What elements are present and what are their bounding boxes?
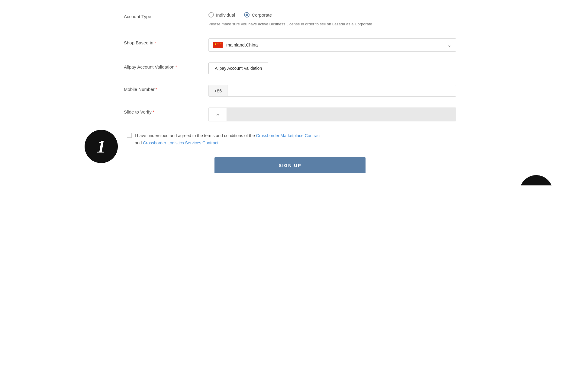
china-flag-icon xyxy=(213,42,223,48)
mobile-content: +86 xyxy=(208,85,456,97)
alipay-label: Alipay Account Validation* xyxy=(124,63,208,69)
shop-based-content: mainland,China ⌄ xyxy=(208,38,456,52)
agreement-row: I have understood and agreed to the term… xyxy=(124,132,456,147)
account-type-radio-group: Individual Corporate xyxy=(208,12,456,18)
step-badge-1: 1 xyxy=(85,130,118,163)
mobile-input[interactable] xyxy=(227,85,456,96)
account-type-label: Account Type xyxy=(124,12,208,19)
mobile-input-group: +86 xyxy=(208,85,456,97)
mobile-prefix: +86 xyxy=(209,85,227,96)
slide-track xyxy=(227,108,456,121)
alipay-row: Alipay Account Validation* Alipay Accoun… xyxy=(124,63,456,74)
agreement-text: I have understood and agreed to the term… xyxy=(135,132,321,147)
radio-corporate[interactable]: Corporate xyxy=(244,12,272,18)
shop-based-select[interactable]: mainland,China ⌄ xyxy=(208,38,456,52)
slide-verify-label: Slide to Verify* xyxy=(124,108,208,114)
marketplace-contract-link[interactable]: Crossborder Marketplace Contract xyxy=(256,133,321,138)
signup-container: SIGN UP xyxy=(124,157,456,173)
radio-corporate-circle xyxy=(244,12,250,18)
shop-based-label: Shop Based in* xyxy=(124,38,208,45)
mobile-label: Mobile Number* xyxy=(124,85,208,92)
account-type-content: Individual Corporate Please make sure yo… xyxy=(208,12,456,27)
mobile-required: * xyxy=(156,87,157,92)
radio-individual-circle xyxy=(208,12,214,18)
shop-based-row: Shop Based in* mainland,China ⌄ xyxy=(124,38,456,52)
slide-verify-control[interactable]: » xyxy=(208,108,456,121)
select-box-left: mainland,China xyxy=(213,42,258,48)
account-type-row: Account Type Individual Corporate Please… xyxy=(124,12,456,27)
chevron-down-icon: ⌄ xyxy=(447,42,452,48)
slide-handle[interactable]: » xyxy=(209,108,227,121)
logistics-contract-link[interactable]: Crossborder Logistics Services Contract xyxy=(143,140,218,145)
shop-based-required: * xyxy=(154,40,156,45)
alipay-required: * xyxy=(175,64,177,69)
slide-required: * xyxy=(153,109,154,114)
signup-button[interactable]: SIGN UP xyxy=(214,157,366,173)
alipay-button[interactable]: Alipay Account Validation xyxy=(208,63,268,74)
agreement-checkbox[interactable] xyxy=(127,133,132,138)
corporate-notice: Please make sure you have active Busines… xyxy=(208,21,414,27)
radio-individual[interactable]: Individual xyxy=(208,12,235,18)
registration-form: Account Type Individual Corporate Please… xyxy=(124,12,456,173)
alipay-content: Alipay Account Validation xyxy=(208,63,456,74)
shop-based-value: mainland,China xyxy=(226,42,258,47)
slide-verify-row: Slide to Verify* » xyxy=(124,108,456,121)
slide-verify-content: » xyxy=(208,108,456,121)
step-badge-2: 2 xyxy=(520,175,553,185)
mobile-row: Mobile Number* +86 xyxy=(124,85,456,97)
